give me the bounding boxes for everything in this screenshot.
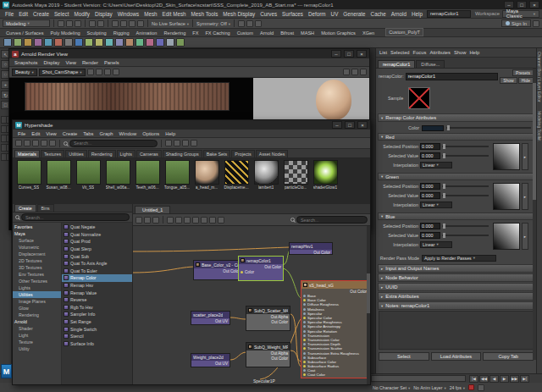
toggle-bins-icon[interactable]	[32, 140, 39, 146]
hypershade-menu-item[interactable]: Edit	[29, 131, 42, 136]
input-connections-icon[interactable]	[136, 217, 142, 224]
channel-section-header[interactable]: ▾ Red	[378, 133, 534, 141]
menu-item[interactable]: Edit	[16, 11, 30, 17]
color-slider[interactable]	[446, 127, 531, 129]
menu-item[interactable]: Curves	[257, 11, 279, 17]
shelf-tab[interactable]: Custom_PolyT	[385, 28, 423, 36]
material-swatch-cell[interactable]: lambert1	[252, 160, 279, 190]
fps-selector[interactable]: 24 fps	[450, 385, 465, 390]
attribute-editor-footer-button[interactable]: Load Attributes	[431, 352, 482, 361]
selected-value-slider[interactable]	[442, 195, 489, 196]
menu-item[interactable]: Cache	[368, 11, 389, 17]
attribute-editor-menu[interactable]: Attributes	[429, 50, 451, 55]
node-name-input[interactable]: remapColor1	[406, 73, 499, 80]
create-category[interactable]: Rendering	[13, 312, 61, 318]
shelf-tool-icon[interactable]	[105, 38, 113, 47]
browser-tab[interactable]: Textures	[41, 150, 64, 157]
shelf-tab[interactable]: MASH	[298, 30, 317, 36]
close-icon[interactable]: ×	[529, 1, 539, 8]
create-node-item[interactable]: Single Switch	[62, 325, 132, 333]
shelf-tab[interactable]: Curves / Surfaces	[3, 30, 46, 36]
create-node-item[interactable]: Quat To Axis Angle	[62, 260, 132, 268]
menu-item[interactable]: Windows	[115, 11, 142, 17]
ramp-expand-button[interactable]: ▸	[522, 223, 528, 250]
create-category[interactable]: Shader	[13, 325, 61, 332]
render-view-menu-item[interactable]: View	[63, 60, 78, 65]
frame-selected-icon[interactable]	[192, 217, 199, 224]
file-output-port[interactable]: Out Color	[246, 319, 290, 324]
snap-point-icon[interactable]	[129, 20, 136, 27]
create-node-item[interactable]: Quat Negate	[62, 224, 132, 231]
selected-position-slider[interactable]	[442, 185, 489, 187]
notes-textarea[interactable]	[379, 311, 534, 350]
connected-mode-icon[interactable]	[209, 217, 216, 224]
create-category[interactable]: Volumetric	[13, 244, 61, 251]
symmetry-indicator[interactable]: Symmetry: Off	[196, 21, 230, 26]
graph-search-input[interactable]	[296, 216, 368, 224]
playback-button[interactable]: ▶|	[520, 375, 529, 383]
node-weight-file[interactable]: SubQ_Weight_MP Out AlphaOut Color	[246, 342, 290, 367]
browser-tab[interactable]: Projects	[231, 150, 254, 157]
material-swatch[interactable]	[224, 160, 249, 185]
swatch-size-icon[interactable]	[182, 140, 189, 146]
character-set-selector[interactable]: No Character Set	[373, 385, 410, 390]
playback-button[interactable]: ◀	[489, 375, 499, 383]
render-pass-mode-select[interactable]: Apply to Render Passes	[422, 255, 496, 262]
selected-position-field[interactable]: 0.000	[420, 143, 440, 150]
hide-button[interactable]: Hide	[518, 77, 534, 84]
shelf-tool-icon[interactable]	[115, 38, 124, 47]
shelf-tab[interactable]: FX	[190, 30, 201, 36]
browser-tab[interactable]: Materials	[14, 150, 40, 157]
create-node-item[interactable]: Quat Normalize	[62, 231, 132, 239]
debug-shading-icon[interactable]	[113, 69, 119, 75]
shelf-tab[interactable]: Sculpting	[85, 30, 109, 36]
sort-icon[interactable]	[165, 140, 172, 146]
live-surface-indicator[interactable]: No Live Surface	[152, 21, 189, 26]
render-view-menu-item[interactable]: Snapshots	[12, 60, 40, 65]
shelf-tab[interactable]: Rendering	[161, 30, 188, 36]
attribute-editor-menu[interactable]: Focus	[413, 50, 427, 55]
selected-value-field[interactable]: 0.000	[420, 152, 440, 159]
ramp-preview[interactable]	[493, 183, 520, 210]
create-node-item[interactable]: Remap Hsv	[62, 282, 132, 290]
rearrange-graph-icon[interactable]	[175, 217, 182, 224]
channel-section-header[interactable]: ▾ Blue	[378, 213, 534, 220]
create-category[interactable]: Glow	[13, 305, 61, 312]
shelf-tool-icon[interactable]	[44, 38, 53, 47]
node-head-shader[interactable]: sS_head_sG Out Color Base	[301, 280, 369, 378]
shelf-tool-icon[interactable]	[24, 38, 32, 47]
menu-item[interactable]: Select	[52, 11, 72, 17]
attribute-editor-menu[interactable]: List	[379, 50, 387, 55]
hypershade-menu-item[interactable]: Help	[163, 131, 178, 136]
material-swatch[interactable]	[313, 160, 338, 185]
shelf-tool-icon[interactable]	[85, 38, 93, 47]
camera-selector[interactable]: Shot_CamShape	[39, 69, 86, 76]
playback-button[interactable]: ◀◀	[479, 375, 489, 383]
shelf-tab[interactable]: Custom	[235, 30, 256, 36]
shelf-tool-icon[interactable]	[14, 38, 22, 47]
toggle-editor-icon[interactable]	[41, 140, 47, 146]
menu-item[interactable]: File	[3, 11, 16, 17]
shelf-tab[interactable]: Animation	[134, 30, 160, 36]
browser-tab[interactable]: Asset Nodes	[256, 150, 289, 157]
shelf-tab[interactable]: XGen	[360, 30, 377, 36]
shelf-tab[interactable]: FX Caching	[202, 30, 232, 36]
shelf-tool-icon[interactable]	[34, 38, 42, 47]
refresh-swatches-icon[interactable]	[191, 140, 197, 146]
node-scatter-place2d[interactable]: scatter_place2d Out UV	[191, 311, 230, 325]
material-swatch-cell[interactable]: particleClo...	[282, 160, 309, 190]
selected-position-slider[interactable]	[442, 146, 489, 147]
render-pause-icon[interactable]	[96, 69, 102, 75]
auto-keyframe-icon[interactable]	[468, 384, 474, 390]
interpolation-select[interactable]: Linear	[420, 202, 452, 208]
range-slider[interactable]	[371, 375, 466, 382]
graph-tab[interactable]: Untitled_1	[135, 206, 170, 213]
toggle-browser-icon[interactable]	[15, 140, 22, 146]
shelf-tool-icon[interactable]	[125, 38, 134, 47]
render-icon[interactable]	[238, 20, 245, 27]
channel-section-header[interactable]: ▾ Green	[378, 173, 534, 180]
menu-set-selector[interactable]: Modeling	[3, 19, 50, 27]
create-category[interactable]: Utilities	[13, 291, 61, 298]
attribute-editor-node-tab[interactable]: remapColor1	[378, 60, 415, 68]
file-output-port[interactable]: Out Color	[246, 356, 290, 361]
